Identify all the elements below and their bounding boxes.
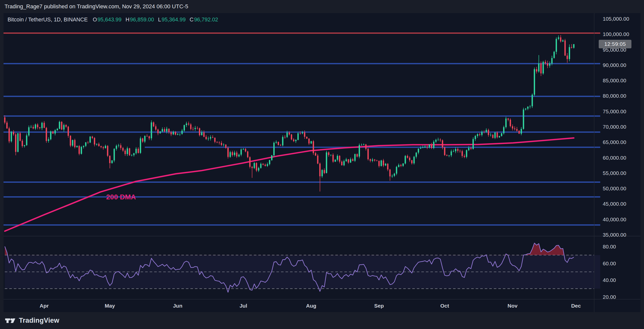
ohlc-key: L [158,17,161,23]
publish-banner-text: Trading_Rage7 published on TradingView.c… [5,3,188,10]
ma-200-label: 200 DMA [106,193,136,201]
price-tick-label: 90,000.00 [603,62,626,68]
ohlc-value: 95,364.99 [162,17,186,23]
price-tick-label: 45,000.00 [603,201,626,207]
price-tick-label: 105,000.00 [603,16,629,22]
month-label: Nov [508,303,518,309]
chart-canvas[interactable]: 200 DMA105,000.00100,000.0095,000.0090,0… [4,13,640,312]
price-tick-label: 40,000.00 [603,216,626,222]
symbol-title[interactable]: Bitcoin / TetherUS, 1D, BINANCE [8,17,88,23]
month-label: Sep [374,303,384,309]
chart-panel[interactable]: 200 DMA105,000.00100,000.0095,000.0090,0… [4,13,640,312]
ohlc-value: 96,859.00 [130,17,154,23]
ohlc-item: L95,364.99 [158,17,186,23]
ohlc-value: 96,792.02 [194,17,218,23]
price-tick-label: 35,000.00 [603,232,626,238]
symbol-legend[interactable]: Bitcoin / TetherUS, 1D, BINANCE O95,643.… [8,17,218,23]
price-tick-label: 85,000.00 [603,78,626,83]
ohlc-item: C96,792.02 [190,17,218,23]
month-label: May [105,303,115,309]
tradingview-logo-icon[interactable] [5,317,16,324]
price-tick-label: 55,000.00 [603,170,626,176]
ohlc-key: O [93,17,97,23]
month-label: Apr [40,303,49,309]
footer-bar: TradingView [0,312,644,329]
ohlc-key: H [126,17,130,23]
price-tick-label: 75,000.00 [603,108,626,114]
price-tick-label: 70,000.00 [603,124,626,130]
rsi-tick-label: 60.00 [603,261,616,266]
tradingview-published-chart: Trading_Rage7 published on TradingView.c… [0,0,644,329]
bar-countdown-timer: 12:59:05 [599,40,631,48]
price-tick-label: 50,000.00 [603,186,626,191]
price-tick-label: 80,000.00 [603,93,626,99]
price-tick-label: 65,000.00 [603,139,626,145]
price-tick-label: 100,000.00 [603,31,629,37]
month-label: Dec [571,303,581,309]
tradingview-wordmark[interactable]: TradingView [19,317,59,324]
rsi-tick-label: 40.00 [603,277,616,283]
price-tick-label: 60,000.00 [603,155,626,161]
publish-banner: Trading_Rage7 published on TradingView.c… [0,0,644,13]
ohlc-item: H96,859.00 [126,17,154,23]
ohlc-item: O95,643.99 [93,17,122,23]
ohlc-key: C [190,17,194,23]
ohlc-value: 95,643.99 [97,17,122,23]
month-label: Oct [440,303,449,309]
price-axis[interactable]: 105,000.00100,000.0095,000.0090,000.0085… [603,16,629,238]
rsi-tick-label: 20.00 [603,294,616,300]
month-label: Jul [239,303,247,309]
month-label: Jun [173,303,182,309]
month-label: Aug [306,303,316,309]
ohlc-values: O95,643.99H96,859.00L95,364.99C96,792.02 [93,17,218,23]
rsi-tick-label: 80.00 [603,244,616,249]
